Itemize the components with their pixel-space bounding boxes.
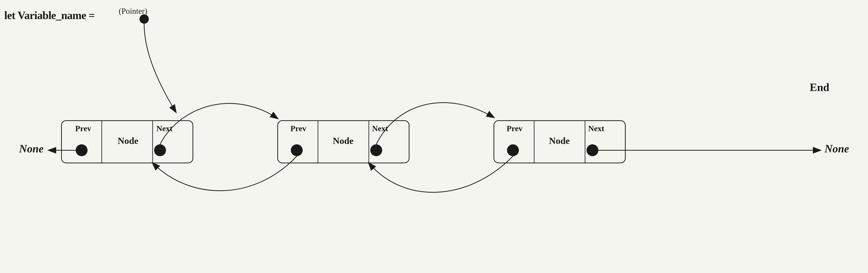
diagram-canvas: let Variable_name = (Pointer) End None N… <box>0 0 868 273</box>
node3-data-label: Node <box>549 136 570 146</box>
variable-pointer-dot <box>140 14 149 24</box>
node3-next-dot <box>587 144 598 156</box>
main-diagram: let Variable_name = (Pointer) End None N… <box>0 0 868 273</box>
node2-next-dot <box>370 144 382 156</box>
variable-declaration: let Variable_name = <box>4 9 95 21</box>
pointer-label: (Pointer) <box>119 6 147 16</box>
node2-data-label: Node <box>333 136 353 146</box>
node2-prev-dot <box>291 144 303 156</box>
end-label: End <box>810 81 830 93</box>
node3-prev-label: Prev <box>506 124 523 133</box>
node3-prev-dot <box>507 144 519 156</box>
none-right-label: None <box>824 143 849 155</box>
node1-data-label: Node <box>118 136 138 146</box>
node1-prev-label: Prev <box>75 124 91 133</box>
node3-next-label: Next <box>588 124 604 133</box>
none-left-label: None <box>19 143 44 155</box>
node1-next-dot <box>154 144 166 156</box>
node1-next-label: Next <box>156 124 173 133</box>
node2-next-label: Next <box>372 124 388 133</box>
node2-prev-label: Prev <box>290 124 306 133</box>
node1-prev-dot <box>76 144 88 156</box>
